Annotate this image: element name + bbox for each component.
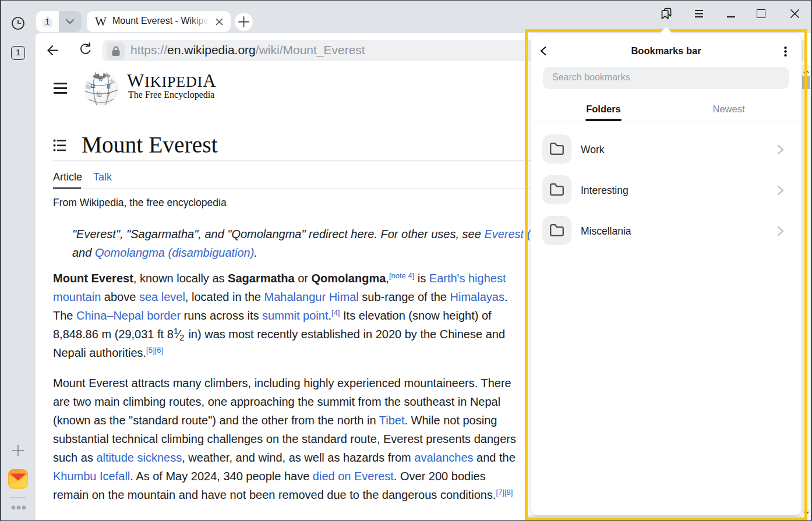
svg-text:仙: 仙 [96, 91, 102, 97]
svg-text:Ω: Ω [91, 83, 95, 89]
svg-text:И: И [107, 83, 111, 90]
svg-text:7: 7 [107, 92, 110, 98]
svg-text:1: 1 [45, 17, 50, 26]
svg-text:W: W [98, 77, 104, 83]
